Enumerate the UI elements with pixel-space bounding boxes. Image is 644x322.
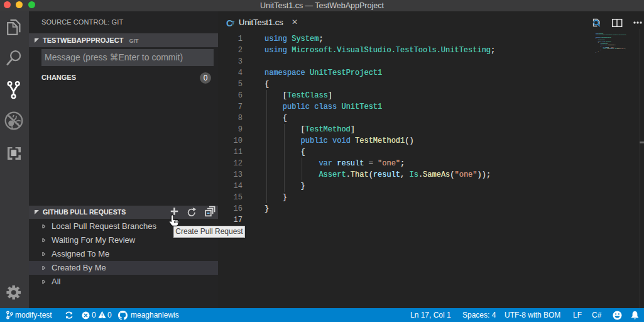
- svg-text:#: #: [232, 19, 235, 26]
